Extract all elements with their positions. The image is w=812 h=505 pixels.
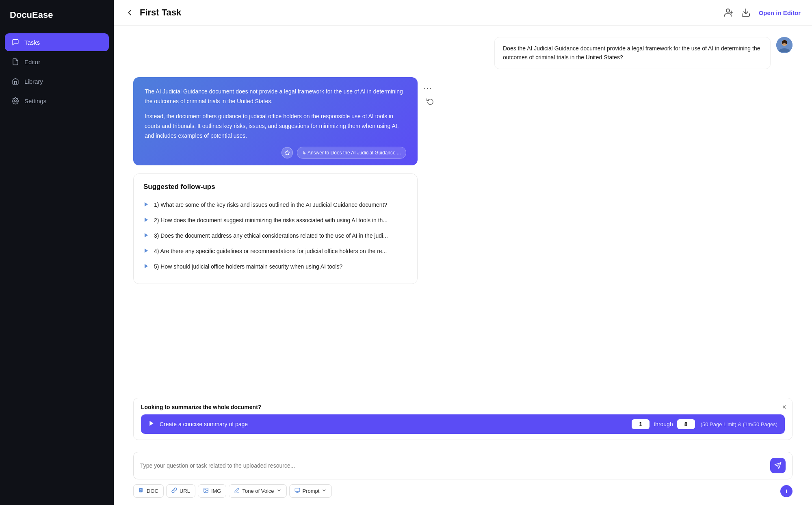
tone-icon — [234, 488, 240, 494]
avatar — [776, 37, 793, 53]
header: First Task Open in Editor — [114, 0, 812, 26]
svg-marker-10 — [145, 218, 148, 222]
page-title: First Task — [140, 7, 181, 18]
followup-item-1[interactable]: 1) What are some of the key risks and is… — [143, 197, 407, 213]
svg-point-22 — [205, 489, 206, 490]
svg-rect-19 — [140, 490, 142, 490]
ai-response-p1: The AI Judicial Guidance document does n… — [145, 87, 406, 106]
image-icon — [203, 488, 209, 494]
user-message-row: Does the AI Judicial Guidance document p… — [133, 37, 793, 69]
url-label: URL — [180, 488, 190, 494]
summary-banner: Looking to summarize the whole document?… — [133, 398, 793, 440]
summary-from-page-input[interactable] — [632, 419, 650, 429]
header-left: First Task — [125, 7, 181, 18]
followup-item-3[interactable]: 3) Does the document address any ethical… — [143, 228, 407, 244]
open-in-editor-button[interactable]: Open in Editor — [759, 9, 801, 16]
sidebar-editor-label: Editor — [24, 59, 40, 65]
svg-point-1 — [726, 9, 730, 12]
ai-options-button[interactable]: ··· — [424, 82, 432, 95]
sidebar-item-library[interactable]: Library — [5, 72, 109, 90]
star-button[interactable] — [281, 147, 293, 158]
followup-arrow-4 — [143, 247, 149, 256]
svg-marker-8 — [285, 150, 290, 155]
svg-rect-18 — [140, 489, 142, 490]
svg-rect-20 — [140, 491, 141, 491]
ai-message-row: ··· The AI Judicial Guidance document do… — [133, 77, 793, 165]
sidebar-tasks-label: Tasks — [24, 39, 40, 46]
svg-point-0 — [15, 100, 17, 102]
link-icon — [171, 488, 177, 494]
back-button[interactable] — [125, 8, 134, 17]
summary-banner-title: Looking to summarize the whole document? — [141, 404, 785, 410]
chat-input[interactable] — [140, 462, 766, 469]
ai-response-p2: Instead, the document offers guidance to… — [145, 112, 406, 141]
followup-arrow-2 — [143, 217, 149, 225]
prompt-icon — [294, 488, 300, 494]
followups-title: Suggested follow-ups — [143, 183, 407, 191]
input-row — [133, 452, 793, 479]
sidebar-nav: Tasks Editor Library — [0, 33, 114, 110]
tasks-icon — [11, 38, 19, 46]
sidebar-settings-label: Settings — [24, 98, 46, 104]
svg-marker-11 — [145, 233, 148, 238]
followup-item-4[interactable]: 4) Are there any specific guidelines or … — [143, 244, 407, 259]
ai-message-bubble: ··· The AI Judicial Guidance document do… — [133, 77, 418, 165]
undo-button[interactable] — [427, 98, 434, 108]
send-button[interactable] — [770, 458, 786, 473]
svg-marker-12 — [145, 249, 148, 253]
followup-item-2[interactable]: 2) How does the document suggest minimiz… — [143, 213, 407, 228]
tone-chevron-icon — [277, 488, 281, 494]
followup-text-4: 4) Are there any specific guidelines or … — [154, 247, 387, 256]
followups-card: Suggested follow-ups 1) What are some of… — [133, 173, 418, 284]
summary-limit-text: (50 Page Limit) & (1m/50 Pages) — [701, 421, 777, 427]
editor-icon — [11, 58, 19, 66]
img-button[interactable]: IMG — [198, 484, 227, 498]
header-right: Open in Editor — [723, 8, 801, 17]
settings-icon — [11, 97, 19, 105]
summary-to-page-input[interactable] — [677, 419, 695, 429]
sidebar: DocuEase Tasks Editor — [0, 0, 114, 505]
sidebar-item-settings[interactable]: Settings — [5, 92, 109, 110]
img-label: IMG — [211, 488, 221, 494]
tone-of-voice-button[interactable]: Tone of Voice — [229, 484, 286, 498]
prompt-label: Prompt — [303, 488, 320, 494]
user-message-text: Does the AI Judicial Guidance document p… — [503, 45, 760, 61]
followup-text-1: 1) What are some of the key risks and is… — [154, 201, 387, 209]
doc-button[interactable]: DOC — [133, 484, 164, 498]
app-logo: DocuEase — [0, 10, 114, 33]
followup-text-2: 2) How does the document suggest minimiz… — [154, 216, 388, 225]
chat-area: Does the AI Judicial Guidance document p… — [114, 26, 812, 393]
ai-message-actions: ↳ Answer to Does the AI Judicial Guidanc… — [145, 147, 406, 159]
followup-item-5[interactable]: 5) How should judicial office holders ma… — [143, 259, 407, 275]
doc-label: DOC — [147, 488, 158, 494]
summary-action-row[interactable]: Create a concise summary of page through… — [141, 414, 785, 434]
sidebar-item-tasks[interactable]: Tasks — [5, 33, 109, 51]
summary-action-icon — [148, 420, 155, 428]
add-user-button[interactable] — [723, 8, 733, 17]
prompt-chevron-icon — [322, 488, 327, 494]
main-content: First Task Open in Editor — [114, 0, 812, 505]
followup-arrow-5 — [143, 263, 149, 271]
info-button[interactable]: i — [780, 485, 793, 497]
tone-label: Tone of Voice — [242, 488, 274, 494]
toolbar: DOC URL IMG — [114, 479, 812, 505]
svg-marker-14 — [149, 421, 153, 426]
source-link-text: ↳ Answer to Does the AI Judicial Guidanc… — [302, 149, 401, 157]
prompt-button[interactable]: Prompt — [289, 484, 332, 498]
sidebar-library-label: Library — [24, 78, 43, 85]
followup-arrow-1 — [143, 201, 149, 210]
input-area — [114, 446, 812, 479]
followup-text-3: 3) Does the document address any ethical… — [154, 232, 388, 240]
download-button[interactable] — [741, 8, 751, 17]
summary-action-text: Create a concise summary of page — [160, 421, 630, 427]
url-button[interactable]: URL — [166, 484, 195, 498]
user-message-bubble: Does the AI Judicial Guidance document p… — [494, 37, 771, 69]
followup-arrow-3 — [143, 232, 149, 241]
source-link[interactable]: ↳ Answer to Does the AI Judicial Guidanc… — [297, 147, 406, 159]
svg-marker-9 — [145, 202, 148, 207]
summary-banner-close-button[interactable]: × — [782, 403, 786, 412]
svg-rect-23 — [295, 488, 300, 492]
doc-icon — [139, 488, 144, 494]
followup-text-5: 5) How should judicial office holders ma… — [154, 262, 342, 271]
sidebar-item-editor[interactable]: Editor — [5, 53, 109, 71]
